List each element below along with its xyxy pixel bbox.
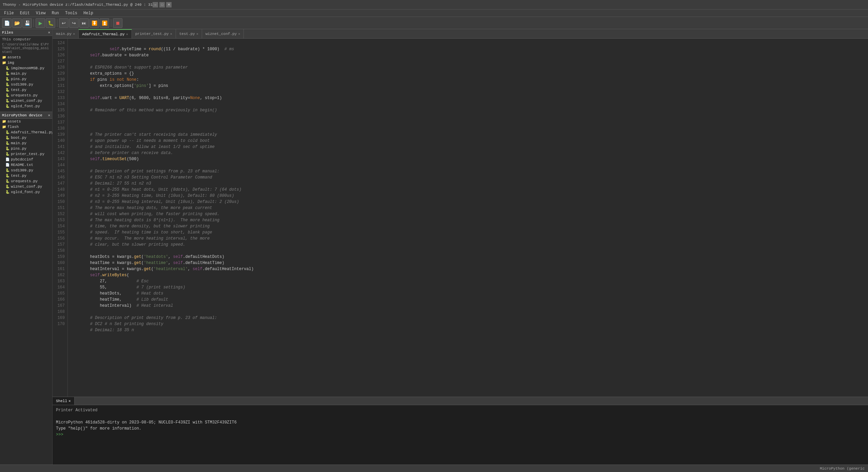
shell-tab-close[interactable]: ✕ [68,399,71,403]
mp-file-printer-test[interactable]: 🐍printer_test.py [0,151,52,157]
step-over-button[interactable]: ⏭ [79,18,89,28]
shell-prompt[interactable]: >>> [56,432,865,438]
shell-help-line: Type "help()" for more information. [56,426,865,432]
editor-area: main.py ✕ Adafruit_Thermal.py ✕ printer_… [53,29,868,465]
file-panel-title: Files [2,31,13,35]
shell-tab[interactable]: Shell ✕ [53,397,75,405]
file-item-img[interactable]: 📁img [0,60,52,65]
status-bar: MicroPython (generic [0,465,868,472]
file-panel-header: Files ✕ [0,29,52,36]
path-label: C:\Users\katlu\New E\PYTHON\aiot_shoppin… [0,42,52,55]
file-panel: Files ✕ This computer C:\Users\katlu\New… [0,29,53,465]
menu-view[interactable]: View [33,10,48,16]
tab-printer-test-close[interactable]: ✕ [170,32,172,36]
shell-printer-activated: Printer Activated [56,407,865,413]
file-item-xglcd[interactable]: 🐍xglcd_font.py [0,103,52,109]
tab-main-py[interactable]: main.py ✕ [53,29,79,38]
main-area: Files ✕ This computer C:\Users\katlu\New… [0,29,868,465]
new-button[interactable]: 📄 [2,18,12,28]
file-panel-content: This computer C:\Users\katlu\New E\PYTHO… [0,36,52,465]
micropython-header: MicroPython device ✕ [0,112,52,119]
open-button[interactable]: 📂 [12,18,22,28]
maximize-button[interactable]: □ [159,2,165,7]
menu-edit[interactable]: Edit [17,10,33,16]
minimize-button[interactable]: – [153,2,158,7]
file-item-img2mono[interactable]: 🐍img2monoHMSB.py [0,65,52,71]
tab-wiznet-label: wiznet_conf.py [205,32,237,36]
tab-test-py-close[interactable]: ✕ [196,32,198,36]
bottom-area: Shell ✕ Printer Activated MicroPython 46… [53,397,868,465]
file-item-assets[interactable]: 📁assets [0,55,52,60]
menu-tools[interactable]: Tools [62,10,80,16]
close-button[interactable]: ✕ [166,2,172,7]
mp-file-readme[interactable]: 📄README.txt [0,162,52,168]
mp-file-pins[interactable]: 🐍pins.py [0,146,52,151]
file-item-urequests[interactable]: 🐍urequests.py [0,93,52,98]
this-computer-label: This computer [0,36,52,42]
step-into-button[interactable]: ⏬ [90,18,99,28]
micropython-label: MicroPython device [2,113,42,117]
tab-printer-test-label: printer_test.py [135,32,169,36]
save-button[interactable]: 💾 [22,18,32,28]
title-bar-controls: – □ ✕ [153,2,172,7]
tab-adafruit-close[interactable]: ✕ [126,32,128,36]
file-item-ssd1309[interactable]: 🐍ssd1309.py [0,82,52,87]
micropython-section: MicroPython device ✕ 📁assets 📁flash 🐍Ada… [0,112,52,195]
file-item-pins[interactable]: 🐍pins.py [0,76,52,82]
micropython-close[interactable]: ✕ [48,113,50,117]
tab-main-py-label: main.py [56,32,72,36]
menu-bar: File Edit View Run Tools Help [0,10,868,17]
tab-adafruit-thermal[interactable]: Adafruit_Thermal.py ✕ [79,29,132,38]
stop-button[interactable]: ⏹ [113,18,122,28]
undo-button[interactable]: ↩ [59,18,68,28]
mp-file-xglcd[interactable]: 🐍xglcd_font.py [0,189,52,195]
mp-file-main[interactable]: 🐍main.py [0,140,52,146]
line-numbers: 124 125 126 127 128 129 130 131 132 133 … [53,39,68,397]
file-panel-close[interactable]: ✕ [48,30,50,35]
mp-file-test[interactable]: 🐍test.py [0,173,52,178]
tab-test-py[interactable]: test.py ✕ [176,29,202,38]
shell-micropython-version: MicroPython 461da528-dirty on 2023-08-05… [56,419,865,426]
mp-file-wiznet[interactable]: 🐍wiznet_conf.py [0,184,52,189]
tab-printer-test[interactable]: printer_test.py ✕ [132,29,176,38]
mp-file-assets[interactable]: 📁assets [0,119,52,124]
status-text: MicroPython (generic [820,467,865,471]
mp-file-ssd1309[interactable]: 🐍ssd1309.py [0,168,52,173]
shell-tab-bar: Shell ✕ [53,397,868,405]
run-button[interactable]: ▶ [36,18,45,28]
menu-help[interactable]: Help [81,10,96,16]
redo-button[interactable]: ↪ [69,18,79,28]
file-item-main[interactable]: 🐍main.py [0,71,52,76]
mp-file-boot[interactable]: 🐍boot.py [0,135,52,140]
tab-bar: main.py ✕ Adafruit_Thermal.py ✕ printer_… [53,29,868,39]
debug-button[interactable]: 🐛 [46,18,55,28]
title-bar: Thonny - MicroPython device z:/flash/Ada… [0,0,868,10]
toolbar: 📄 📂 💾 ▶ 🐛 ↩ ↪ ⏭ ⏬ ⏫ ⏹ [0,17,868,29]
code-content[interactable]: self.byteTime = round((11 / baudrate) * … [68,39,868,397]
mp-file-adafruit[interactable]: 🐍Adafruit_Thermal.py [0,130,52,135]
tab-adafruit-label: Adafruit_Thermal.py [82,32,124,36]
tab-main-py-close[interactable]: ✕ [73,32,75,36]
mp-file-urequests[interactable]: 🐍urequests.py [0,178,52,184]
title-bar-text: Thonny - MicroPython device z:/flash/Ada… [3,3,153,7]
code-editor[interactable]: 124 125 126 127 128 129 130 131 132 133 … [53,39,868,397]
file-item-wiznet[interactable]: 🐍wiznet_conf.py [0,98,52,103]
mp-file-pybcdcinf[interactable]: 📄pybcdccinf [0,157,52,162]
tab-wiznet-conf[interactable]: wiznet_conf.py ✕ [202,29,244,38]
tab-test-py-label: test.py [179,32,195,36]
shell-blank [56,413,865,419]
mp-file-flash[interactable]: 📁flash [0,124,52,130]
menu-run[interactable]: Run [49,10,62,16]
shell-content[interactable]: Printer Activated MicroPython 461da528-d… [53,405,868,465]
step-out-button[interactable]: ⏫ [100,18,109,28]
tab-wiznet-close[interactable]: ✕ [238,32,240,36]
file-item-test[interactable]: 🐍test.py [0,87,52,93]
shell-tab-label: Shell [56,399,67,403]
menu-file[interactable]: File [1,10,17,16]
